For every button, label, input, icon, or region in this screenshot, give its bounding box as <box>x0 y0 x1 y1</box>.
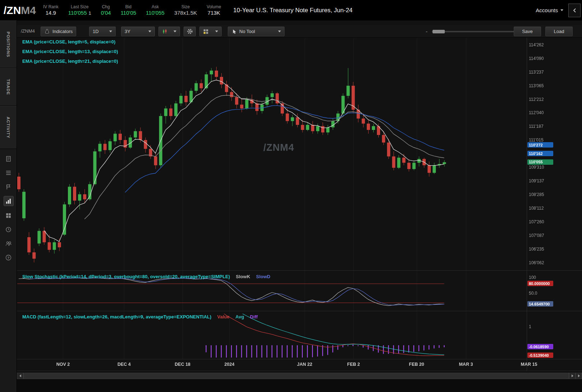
header-stat-chg: Chg0'04 <box>101 4 111 17</box>
range-value: 3Y <box>125 29 130 34</box>
header-stat-bid: Bid110'05 <box>121 4 136 17</box>
study-label-ema5[interactable]: EMA (price=CLOSE, length=5, displace=0) <box>22 39 115 45</box>
stat-label: Last Size <box>71 4 88 10</box>
stat-value: 378x1.5K <box>174 10 197 17</box>
slowk-legend: SlowK <box>236 274 250 279</box>
chevron-down-icon <box>174 31 176 32</box>
triangle-left-icon <box>19 374 21 377</box>
stochastic-study-label[interactable]: Slow Stochastic (kPeriod=14, dPeriod=3, … <box>22 273 270 280</box>
zoom-slider-track[interactable] <box>432 31 521 32</box>
indicators-button[interactable]: Indicators <box>41 27 76 36</box>
chevron-left-icon <box>573 8 577 13</box>
sidebar-icons: ? <box>0 154 17 262</box>
community-icon[interactable] <box>4 239 13 248</box>
chart-symbol-label: /ZNM4 <box>21 28 35 34</box>
timeframe-value: 1D <box>93 29 99 34</box>
zoom-out-button[interactable]: - <box>426 28 428 34</box>
stat-value: 14.9 <box>46 10 56 17</box>
tool-value: No Tool <box>239 29 255 34</box>
header-right: Accounts <box>536 4 582 17</box>
scroll-right-button[interactable] <box>569 373 576 379</box>
load-button[interactable]: Load <box>545 27 573 36</box>
cursor-arrow-icon <box>231 29 237 34</box>
macd-avg-legend: Avg <box>235 314 244 319</box>
ladder-icon[interactable] <box>4 168 13 177</box>
macd-value-legend: Value <box>217 314 230 319</box>
chart-settings-button[interactable] <box>184 27 196 36</box>
study-label-ema21[interactable]: EMA (price=CLOSE, length=21, displace=0) <box>22 59 118 64</box>
chevron-down-icon <box>215 31 218 32</box>
layout-grid-dropdown[interactable] <box>199 27 222 36</box>
chevron-down-icon <box>278 31 281 32</box>
stat-label: Ask <box>152 4 159 10</box>
header-stat-iv-rank: IV Rank14.9 <box>43 4 59 17</box>
left-sidebar: POSITIONS TRADE ACTIVITY ? <box>0 20 17 392</box>
triangle-right-icon <box>572 374 573 377</box>
tab-label: ACTIVITY <box>6 117 10 138</box>
svg-text:?: ? <box>8 256 10 260</box>
help-icon[interactable]: ? <box>4 253 13 262</box>
slowd-legend: SlowD <box>256 274 271 279</box>
sidebar-tab-positions[interactable]: POSITIONS <box>0 20 17 68</box>
tab-label: TRADE <box>6 79 10 95</box>
sidebar-tab-trade[interactable]: TRADE <box>0 68 17 106</box>
stat-label: Chg <box>102 4 110 10</box>
dashboard-icon[interactable] <box>4 211 13 220</box>
instrument-description: 10-Year U.S. Treasury Note Futures, Jun-… <box>233 7 352 14</box>
stat-value: 110'055 <box>146 10 165 17</box>
scroll-end-button[interactable] <box>576 373 582 379</box>
scroll-left-button[interactable] <box>17 373 23 379</box>
report-icon[interactable] <box>4 154 13 163</box>
trade-ticket-icon[interactable] <box>4 182 13 191</box>
app-root: 114'262114'090113'237113'065112'212112'0… <box>0 0 582 392</box>
scrollbar-thumb[interactable] <box>23 373 569 379</box>
header: /ZNM4 IV Rank14.9Last Size110'0551Chg0'0… <box>0 0 582 20</box>
chevron-down-icon <box>560 9 563 11</box>
chart-scrollbar <box>17 373 582 379</box>
chart-watermark: /ZNM4 <box>263 142 294 153</box>
indicators-label: Indicators <box>52 29 73 34</box>
history-icon[interactable] <box>4 225 13 234</box>
triangle-right-icon <box>578 374 580 377</box>
gear-icon <box>187 28 193 34</box>
macd-study-label[interactable]: MACD (fastLength=12, slowLength=26, macd… <box>22 313 258 320</box>
drawing-tool-dropdown[interactable]: No Tool <box>228 27 285 36</box>
chevron-down-icon <box>109 31 112 32</box>
save-button[interactable]: Save <box>514 27 541 36</box>
collapse-panel-button[interactable] <box>568 4 581 17</box>
stat-label: Volume <box>207 4 221 10</box>
stat-label: IV Rank <box>43 4 59 10</box>
header-stats: IV Rank14.9Last Size110'0551Chg0'04Bid11… <box>43 4 221 17</box>
timeframe-dropdown[interactable]: 1D <box>89 27 116 36</box>
header-stat-volume: Volume713K <box>207 4 221 17</box>
tab-label: POSITIONS <box>6 32 10 57</box>
header-stat-size: Size378x1.5K <box>174 4 197 17</box>
indicators-flask-icon <box>44 29 50 34</box>
accounts-dropdown[interactable]: Accounts <box>536 7 563 13</box>
candlestick-type-icon <box>162 29 168 34</box>
stat-label: Size <box>181 4 190 10</box>
stat-label: Bid <box>125 4 131 10</box>
layout-grid-icon <box>203 29 209 34</box>
chart-toolbar: /ZNM4 Indicators 1D 3Y <box>17 25 582 38</box>
zoom-slider-thumb[interactable] <box>433 30 445 33</box>
chart-type-dropdown[interactable] <box>158 27 180 36</box>
macd-diff-legend: Diff <box>250 314 258 319</box>
stat-value: 110'05 <box>121 10 136 17</box>
chart-icon[interactable] <box>4 196 14 206</box>
stat-value: 110'0551 <box>68 10 91 17</box>
header-stat-ask: Ask110'055 <box>146 4 165 17</box>
header-stat-last-size: Last Size110'0551 <box>68 4 91 17</box>
stat-value: 713K <box>208 10 220 17</box>
symbol-title: /ZNM4 <box>4 4 36 17</box>
accounts-label: Accounts <box>536 7 558 13</box>
chevron-down-icon <box>148 31 151 32</box>
sidebar-tab-activity[interactable]: ACTIVITY <box>0 106 17 149</box>
zoom-control: - + <box>426 27 528 36</box>
stat-value: 0'04 <box>101 10 111 17</box>
study-label-ema13[interactable]: EMA (price=CLOSE, length=13, displace=0) <box>22 49 118 54</box>
range-dropdown[interactable]: 3Y <box>121 27 155 36</box>
